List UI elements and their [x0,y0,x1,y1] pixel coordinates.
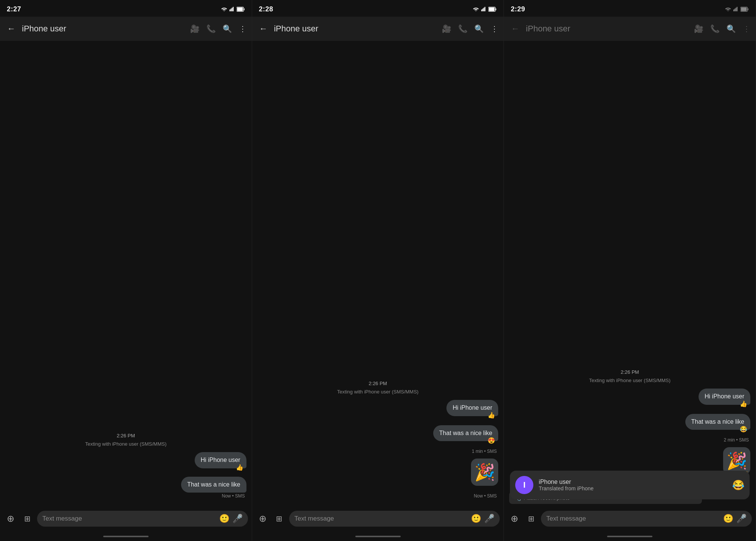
reaction-3-1: 👍 [740,400,747,408]
chat-context-3: Texting with iPhone user (SMS/MMS) [509,378,750,383]
mic-button-1[interactable]: 🎤 [232,514,243,524]
search-icon-1[interactable]: 🔍 [223,24,232,33]
svg-rect-13 [496,8,496,10]
home-bar-3 [607,536,652,537]
mic-button-3[interactable]: 🎤 [736,514,747,524]
search-icon-2[interactable]: 🔍 [474,24,484,33]
back-button-1[interactable]: ← [5,24,17,34]
more-icon-1[interactable]: ⋮ [239,24,246,33]
notif-emoji-3: 😂 [732,479,744,491]
svg-rect-14 [733,9,734,11]
svg-rect-16 [736,8,736,11]
status-bar-3: 2:29 [504,0,756,17]
status-time-2: 2:28 [259,5,273,13]
timestamp-group-3: 2:26 PM [509,368,750,375]
panel-1: 2:27 ← iPhone user 🎥 📞 🔍 ⋮ 2:26 PM Texti… [0,0,252,541]
input-bar-1: ⊕ ⊞ Text message 🙂 🎤 [0,508,252,532]
bubble-text-2-1: Hi iPhone user [452,404,492,411]
video-call-icon-2[interactable]: 🎥 [442,24,451,33]
phone-icon-2[interactable]: 📞 [458,24,468,33]
panel-3: 2:29 ← iPhone user 🎥 📞 🔍 ⋮ 2:26 PM Texti… [504,0,756,541]
status-icons-3 [725,6,749,12]
svg-rect-9 [483,8,484,11]
svg-rect-20 [748,8,748,10]
text-input-placeholder-3: Text message [546,515,720,522]
back-button-2[interactable]: ← [257,24,270,34]
reaction-2-2: 😍 [488,437,495,445]
phone-icon-3[interactable]: 📞 [710,24,720,33]
bubble-text-3-1: Hi iPhone user [705,393,744,400]
svg-rect-8 [482,9,483,11]
sticker-emoji-2-3: 🎉 [474,462,495,482]
home-indicator-3 [504,532,756,541]
bubble-2-2: That was a nice like 😍 [433,425,499,441]
app-bar-actions-1: 🎥 📞 🔍 ⋮ [190,24,246,33]
reaction-2-1: 👍 [488,411,495,420]
signal-icon-3 [733,6,739,12]
app-bar-2: ← iPhone user 🎥 📞 🔍 ⋮ [252,17,504,41]
phone-icon-1[interactable]: 📞 [206,24,216,33]
bubble-text-1-2: That was a nice like [187,481,240,488]
home-indicator-1 [0,532,252,541]
svg-rect-19 [741,7,747,11]
text-input-placeholder-1: Text message [42,515,216,522]
timestamp-label-1: 2:26 PM [117,433,135,438]
more-icon-2[interactable]: ⋮ [491,24,498,33]
search-icon-3[interactable]: 🔍 [727,24,736,33]
notif-content-3: iPhone user Translated from iPhone [539,479,727,491]
meta-2-3: Now • SMS [474,493,497,499]
message-row-1-1: Hi iPhone user 👍 [5,452,246,475]
message-row-3-2: That was a nice like 😂 2 min • SMS [509,414,750,446]
svg-rect-6 [244,8,245,10]
notification-toast-3[interactable]: I iPhone user Translated from iPhone 😂 [510,471,750,499]
add-button-3[interactable]: ⊕ [508,513,521,524]
add-button-1[interactable]: ⊕ [4,513,17,524]
bubble-1-1: Hi iPhone user 👍 [195,452,246,468]
status-bar-2: 2:28 [252,0,504,17]
emoji-button-3[interactable]: 🙂 [723,514,733,524]
home-bar-2 [355,536,401,537]
signal-icon-2 [481,6,486,12]
gallery-button-3[interactable]: ⊞ [524,514,538,523]
wifi-icon-3 [725,6,731,12]
battery-icon-3 [741,7,749,12]
app-bar-1: ← iPhone user 🎥 📞 🔍 ⋮ [0,17,252,41]
text-input-wrap-3[interactable]: Text message 🙂 🎤 [541,511,752,527]
emoji-button-2[interactable]: 🙂 [471,514,481,524]
message-row-2-2: That was a nice like 😍 1 min • SMS [257,425,499,457]
meta-2-2: 1 min • SMS [472,449,497,454]
bubble-text-1-1: Hi iPhone user [201,457,240,463]
text-input-wrap-1[interactable]: Text message 🙂 🎤 [37,511,248,527]
meta-3-2: 2 min • SMS [724,437,749,443]
chat-area-1: 2:26 PM Texting with iPhone user (SMS/MM… [0,41,252,508]
chat-context-2: Texting with iPhone user (SMS/MMS) [257,389,499,395]
svg-rect-15 [734,9,735,11]
meta-1-2: Now • SMS [222,493,245,499]
text-input-wrap-2[interactable]: Text message 🙂 🎤 [289,511,500,527]
panel-2: 2:28 ← iPhone user 🎥 📞 🔍 ⋮ 2:26 PM Texti… [252,0,504,541]
emoji-button-1[interactable]: 🙂 [219,514,229,524]
gallery-button-1[interactable]: ⊞ [20,514,34,523]
video-call-icon-1[interactable]: 🎥 [190,24,200,33]
reaction-1-1: 👍 [236,463,243,472]
gallery-button-2[interactable]: ⊞ [273,514,286,523]
message-row-2-1: Hi iPhone user 👍 [257,400,499,423]
svg-rect-2 [232,8,232,11]
chat-area-3: 2:26 PM Texting with iPhone user (SMS/MM… [504,41,756,508]
message-row-3-1: Hi iPhone user 👍 [509,389,750,412]
video-call-icon-3[interactable]: 🎥 [694,24,703,33]
svg-rect-7 [481,9,482,11]
wifi-icon [221,6,228,12]
chat-title-1: iPhone user [22,24,186,34]
chat-title-3: iPhone user [526,24,689,34]
more-icon-3[interactable]: ⋮ [743,24,750,33]
svg-rect-1 [231,9,231,11]
back-button-3[interactable]: ← [509,24,521,34]
svg-rect-17 [737,7,737,11]
battery-icon [237,7,245,12]
svg-rect-3 [232,7,233,11]
notif-subtitle-3: Translated from iPhone [539,485,727,491]
mic-button-2[interactable]: 🎤 [484,514,494,524]
add-button-2[interactable]: ⊕ [256,513,270,524]
status-icons-2 [472,6,497,12]
